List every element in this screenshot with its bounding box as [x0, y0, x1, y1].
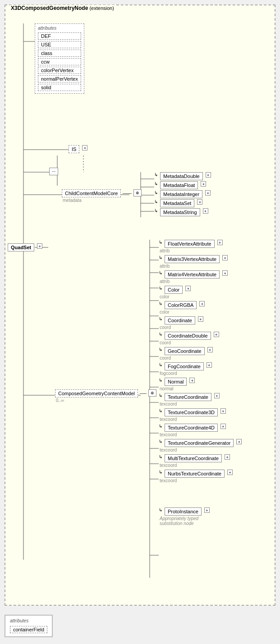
- attr-DEF[interactable]: DEF: [38, 32, 81, 40]
- FloatVertexAttribute-row: ↳ FloatVertexAttribute +: [159, 240, 223, 248]
- MultiTextureCoordinate-row: ↳ MultiTextureCoordinate +: [159, 454, 230, 462]
- Matrix3VertexAttribute-node[interactable]: Matrix3VertexAttribute: [165, 255, 220, 263]
- MetadataSet-wrapper: ↳ MetadataSet +: [154, 199, 211, 207]
- ellipsis-btn[interactable]: ···: [49, 168, 58, 175]
- main-diagram-box: X3DComposedGeometryNode (extension): [5, 5, 275, 606]
- CoordinateDouble-row: ↳ CoordinateDouble +: [159, 332, 219, 340]
- MetadataInteger-expand[interactable]: +: [205, 190, 211, 196]
- ProtoInstance-node[interactable]: ProtoInstance: [165, 507, 202, 516]
- GeoCoordinate-row: ↳ GeoCoordinate +: [159, 347, 213, 355]
- metadata-nodes-list: ↳ MetadataDouble + ↳ MetadataFloat +: [154, 172, 211, 216]
- Color-expand[interactable]: +: [185, 286, 191, 291]
- MultiTextureCoordinate-expand[interactable]: +: [225, 454, 230, 460]
- TextureCoordinateGenerator-expand[interactable]: +: [236, 439, 242, 444]
- TextureCoordinate-label: texcoord: [160, 402, 177, 406]
- TextureCoordinate-expand[interactable]: +: [214, 393, 220, 398]
- MetadataString-node[interactable]: MetadataString: [160, 208, 200, 216]
- GeoCoordinate-node[interactable]: GeoCoordinate: [165, 347, 205, 355]
- choice-connector-composed: ⊕: [148, 389, 156, 397]
- FloatVertexAttribute-expand[interactable]: +: [217, 240, 223, 245]
- ColorRGBA-expand[interactable]: +: [199, 301, 205, 306]
- MetadataDouble-node[interactable]: MetadataDouble: [160, 172, 203, 180]
- TextureCoordinate3D-node[interactable]: TextureCoordinate3D: [165, 408, 218, 416]
- composed-label: 0..∞: [56, 398, 64, 403]
- QuadSet-expand[interactable]: +: [37, 243, 42, 249]
- Coordinate-expand[interactable]: +: [198, 316, 203, 322]
- QuadSet-node[interactable]: QuadSet: [8, 243, 34, 251]
- CoordinateDouble-wrapper: ↳ CoordinateDouble + coord: [159, 332, 242, 345]
- Matrix3VertexAttribute-expand[interactable]: +: [222, 255, 228, 260]
- ChildContentModelCore-node[interactable]: ChildContentModelCore: [62, 189, 121, 197]
- IS-node[interactable]: IS: [69, 145, 79, 153]
- NurbsTextureCoordinate-expand[interactable]: +: [227, 470, 233, 475]
- MultiTextureCoordinate-node[interactable]: MultiTextureCoordinate: [165, 454, 222, 462]
- choice-symbol: ⊕: [136, 191, 139, 195]
- MetadataDouble-arrow: ↳: [154, 172, 158, 177]
- TextureCoordinate3D-wrapper: ↳ TextureCoordinate3D + texcoord: [159, 408, 242, 422]
- CoordinateDouble-expand[interactable]: +: [214, 332, 219, 337]
- ProtoInstance-expand[interactable]: +: [204, 507, 210, 513]
- IS-expand[interactable]: +: [82, 145, 87, 151]
- CoordinateDouble-node[interactable]: CoordinateDouble: [165, 332, 211, 340]
- composed-geometry-row: ComposedGeometryContentModel ⊕: [55, 389, 156, 397]
- Coordinate-wrapper: ↳ Coordinate + coord: [159, 316, 242, 330]
- TextureCoordinate3D-expand[interactable]: +: [220, 408, 226, 414]
- MultiTextureCoordinate-wrapper: ↳ MultiTextureCoordinate + texcoord: [159, 454, 242, 468]
- Matrix4VertexAttribute-wrapper: ↳ Matrix4VertexAttribute + attrib: [159, 270, 242, 284]
- TextureCoordinate4D-node[interactable]: TextureCoordinate4D: [165, 424, 218, 432]
- MetadataInteger-node[interactable]: MetadataInteger: [160, 190, 202, 198]
- ColorRGBA-node[interactable]: ColorRGBA: [165, 301, 197, 309]
- QuadSet-row: QuadSet +: [8, 243, 42, 251]
- attr-colorPerVertex[interactable]: colorPerVertex: [38, 67, 81, 74]
- Color-node[interactable]: Color: [165, 286, 183, 294]
- Normal-node[interactable]: Normal: [165, 378, 187, 386]
- TextureCoordinateGenerator-node[interactable]: TextureCoordinateGenerator: [165, 439, 234, 447]
- FogCoordinate-expand[interactable]: +: [207, 362, 212, 368]
- MetadataFloat-node[interactable]: MetadataFloat: [160, 181, 198, 189]
- ColorRGBA-row: ↳ ColorRGBA +: [159, 301, 205, 309]
- MetadataString-expand[interactable]: +: [203, 208, 208, 214]
- composed-geometry-wrapper: ComposedGeometryContentModel ⊕ 0..∞: [55, 389, 156, 403]
- NurbsTextureCoordinate-node[interactable]: NurbsTextureCoordinate: [165, 470, 225, 478]
- composed-nodes-section: ↳ FloatVertexAttribute + attrib ↳ Matrix…: [159, 240, 242, 526]
- GeoCoordinate-expand[interactable]: +: [207, 347, 213, 352]
- child-content-model-row: ChildContentModelCore ⊕: [62, 189, 142, 197]
- MetadataInteger-wrapper: ↳ MetadataInteger +: [154, 190, 211, 198]
- bottom-section: attributes containerField: [5, 611, 275, 637]
- MetadataString-row: ↳ MetadataString +: [154, 208, 208, 216]
- Normal-expand[interactable]: +: [189, 378, 195, 383]
- Matrix3VertexAttribute-wrapper: ↳ Matrix3VertexAttribute + attrib: [159, 255, 242, 269]
- MetadataFloat-expand[interactable]: +: [201, 181, 206, 187]
- main-title: X3DComposedGeometryNode (extension): [10, 5, 115, 11]
- MetadataDouble-expand[interactable]: +: [206, 172, 211, 178]
- TextureCoordinateGenerator-label: texcoord: [160, 448, 177, 452]
- Matrix4VertexAttribute-node[interactable]: Matrix4VertexAttribute: [165, 270, 220, 279]
- bottom-attr-containerField[interactable]: containerField: [10, 626, 47, 633]
- Matrix4VertexAttribute-expand[interactable]: +: [222, 270, 228, 276]
- CoordinateDouble-label: coord: [160, 340, 171, 345]
- composed-nodes-list: ↳ FloatVertexAttribute + attrib ↳ Matrix…: [159, 240, 242, 526]
- bottom-attributes-header: attributes: [10, 618, 47, 623]
- child-label: metadata: [63, 198, 82, 203]
- attr-normalPerVertex[interactable]: normalPerVertex: [38, 75, 81, 82]
- FloatVertexAttribute-node[interactable]: FloatVertexAttribute: [165, 240, 215, 248]
- MetadataSet-node[interactable]: MetadataSet: [160, 199, 194, 207]
- TextureCoordinate4D-expand[interactable]: +: [220, 424, 226, 429]
- Matrix3VertexAttribute-label: attrib: [160, 264, 170, 269]
- MetadataSet-row: ↳ MetadataSet +: [154, 199, 202, 207]
- FogCoordinate-node[interactable]: FogCoordinate: [165, 362, 204, 370]
- IS-row: IS +: [69, 145, 87, 153]
- attr-solid[interactable]: solid: [38, 84, 81, 91]
- ellipsis-connector: ···: [49, 168, 58, 175]
- Coordinate-node[interactable]: Coordinate: [165, 316, 195, 324]
- attr-USE[interactable]: USE: [38, 41, 81, 48]
- attributes-box: attributes DEF USE class ccw colorPerVer…: [35, 23, 84, 94]
- main-title-text: X3DComposedGeometryNode: [11, 5, 88, 11]
- attr-ccw[interactable]: ccw: [38, 58, 81, 65]
- MetadataSet-expand[interactable]: +: [197, 199, 202, 205]
- MetadataFloat-row: ↳ MetadataFloat +: [154, 181, 206, 189]
- Normal-label: normal: [160, 386, 174, 391]
- attr-class[interactable]: class: [38, 50, 81, 57]
- TextureCoordinate-node[interactable]: TextureCoordinate: [165, 393, 211, 401]
- ComposedGeometryContentModel-node[interactable]: ComposedGeometryContentModel: [55, 389, 138, 397]
